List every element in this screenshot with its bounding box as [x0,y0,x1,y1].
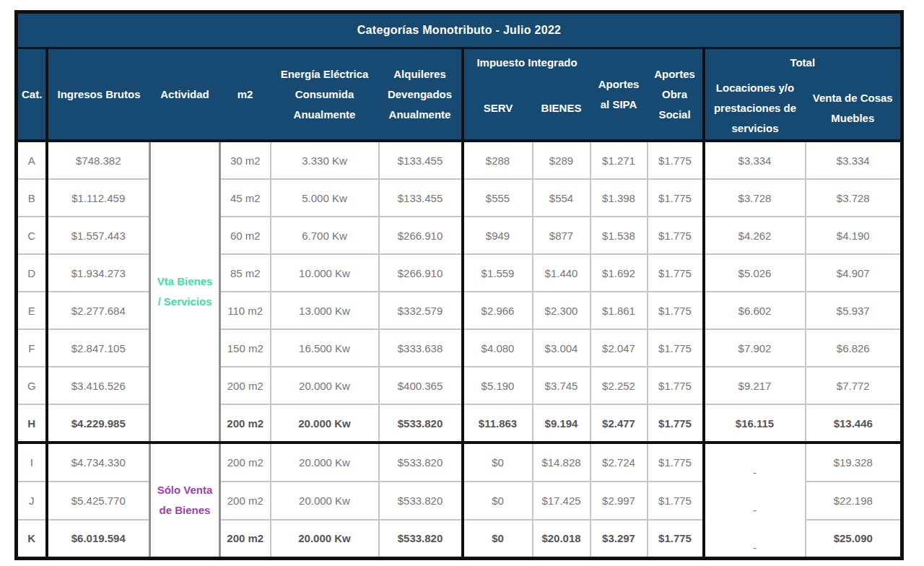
cell-bienes: $17.425 [533,482,590,520]
cell-venta: $19.328 [806,443,902,482]
cell-alquileres: $133.455 [379,179,463,217]
cell-ingresos: $748.382 [47,141,150,179]
cell-serv: $0 [463,443,533,482]
cell-serv: $2.966 [463,292,533,329]
activity-label-line: / Servicios [154,292,216,313]
cell-cat: J [17,482,47,520]
cell-energia: 16.500 Kw [271,329,379,367]
cell-serv: $11.863 [463,404,533,443]
header-energia-electrica: Energía Eléctrica Consumida Anualmente [271,48,379,142]
cell-energia: 20.000 Kw [271,367,379,404]
cell-sipa: $2.252 [590,367,648,404]
table-row: E $2.277.684 110 m2 13.000 Kw $332.579 $… [17,292,902,329]
cell-venta: $22.198 [806,482,902,520]
cell-venta: $5.937 [806,292,902,329]
header-total-venta: Venta de Cosas Muebles [806,77,902,141]
title-bar: Categorías Monotributo - Julio 2022 [17,12,902,48]
table-row: C $1.557.443 60 m2 6.700 Kw $266.910 $94… [17,217,902,254]
cell-serv: $288 [463,141,533,179]
cell-serv: $949 [463,217,533,254]
cell-bienes: $14.828 [533,443,590,482]
cell-sipa: $2.724 [590,443,648,482]
cell-alquileres: $533.820 [379,443,463,482]
cell-ingresos: $4.229.985 [47,404,150,443]
activity-label-line: Sólo Venta [154,480,216,501]
header-cat: Cat. [17,48,47,142]
cell-obra-social: $1.775 [648,141,704,179]
cell-energia: 20.000 Kw [271,404,379,443]
cell-locaciones: $7.902 [704,329,806,367]
cell-cat: F [17,329,47,367]
cell-sipa: $1.861 [590,292,648,329]
cell-sipa: $1.398 [590,179,648,217]
cell-bienes: $20.018 [533,520,590,559]
header-aportes-sipa: Aportes al SIPA [590,48,648,142]
page: Categorías Monotributo - Julio 2022 Cat.… [0,0,924,560]
cell-obra-social: $1.775 [648,292,704,329]
table-row: D $1.934.273 85 m2 10.000 Kw $266.910 $1… [17,254,902,292]
cell-ingresos: $3.416.526 [47,367,150,404]
activity-label-line: Vta Bienes [154,271,216,292]
table-row: H $4.229.985 200 m2 20.000 Kw $533.820 $… [17,404,902,443]
cell-cat: K [17,520,47,559]
cell-m2: 30 m2 [220,141,271,179]
cell-alquileres: $533.820 [379,482,463,520]
cell-alquileres: $133.455 [379,141,463,179]
cell-ingresos: $1.112.459 [47,179,150,217]
cell-obra-social: $1.775 [648,179,704,217]
cell-bienes: $289 [533,141,590,179]
activity-label-line: de Bienes [154,500,216,521]
cell-bienes: $2.300 [533,292,590,329]
cell-alquileres: $533.820 [379,404,463,443]
monotributo-table: Categorías Monotributo - Julio 2022 Cat.… [14,10,904,560]
cell-m2: 200 m2 [220,404,271,443]
cell-energia: 6.700 Kw [271,217,379,254]
header-actividad: Actividad [150,48,220,142]
cell-sipa: $2.047 [590,329,648,367]
cell-locaciones: $16.115 [704,404,806,443]
cell-obra-social: $1.775 [648,367,704,404]
cell-venta: $3.728 [806,179,902,217]
cell-energia: 3.330 Kw [271,141,379,179]
header-m2: m2 [220,48,271,142]
cell-m2: 200 m2 [220,367,271,404]
cell-alquileres: $533.820 [379,520,463,559]
activity-group-servicios: Vta Bienes / Servicios [150,141,220,443]
cell-locaciones-empty: - - - [704,443,806,559]
cell-m2: 110 m2 [220,292,271,329]
table-row: B $1.112.459 45 m2 5.000 Kw $133.455 $55… [17,179,902,217]
cell-cat: A [17,141,47,179]
header-alquileres: Alquileres Devengados Anualmente [379,48,463,142]
header-row-groups: Cat. Ingresos Brutos Actividad m2 Energí… [17,48,902,77]
cell-bienes: $877 [533,217,590,254]
dash-placeholder: - [705,482,805,519]
header-ingresos-brutos: Ingresos Brutos [47,48,150,142]
header-bienes: BIENES [533,77,590,141]
cell-serv: $5.190 [463,367,533,404]
cell-locaciones: $3.728 [704,179,806,217]
cell-serv: $555 [463,179,533,217]
cell-bienes: $3.004 [533,329,590,367]
cell-energia: 10.000 Kw [271,254,379,292]
cell-obra-social: $1.775 [648,254,704,292]
cell-bienes: $1.440 [533,254,590,292]
cell-alquileres: $332.579 [379,292,463,329]
header-impuesto-integrado: Impuesto Integrado [463,48,590,77]
cell-m2: 45 m2 [220,179,271,217]
cell-venta: $25.090 [806,520,902,559]
cell-ingresos: $4.734.330 [47,443,150,482]
cell-venta: $4.907 [806,254,902,292]
cell-serv: $4.080 [463,329,533,367]
cell-ingresos: $6.019.594 [47,520,150,559]
cell-m2: 200 m2 [220,520,271,559]
cell-energia: 13.000 Kw [271,292,379,329]
cell-cat: E [17,292,47,329]
cell-alquileres: $400.365 [379,367,463,404]
cell-bienes: $554 [533,179,590,217]
table-row: A $748.382 Vta Bienes / Servicios 30 m2 … [17,141,902,179]
cell-energia: 20.000 Kw [271,482,379,520]
cell-energia: 20.000 Kw [271,443,379,482]
header-aportes-obra-social: Aportes Obra Social [648,48,704,142]
cell-obra-social: $1.775 [648,217,704,254]
cell-m2: 150 m2 [220,329,271,367]
